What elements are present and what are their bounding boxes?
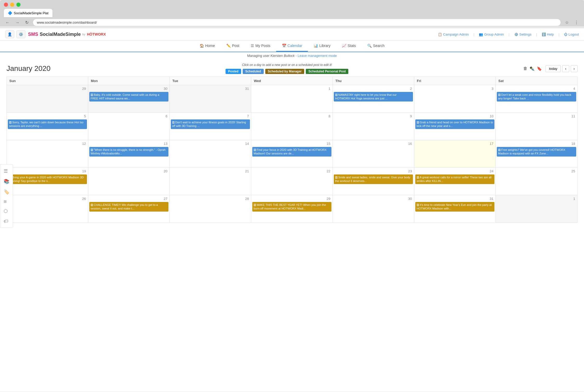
- sidebar-grid[interactable]: ⊞: [2, 198, 11, 205]
- user-icon-button[interactable]: 👤: [5, 30, 14, 38]
- calendar-day[interactable]: 1: [251, 85, 333, 112]
- calendar-day[interactable]: 25: [496, 168, 577, 195]
- day-number: 19: [8, 169, 87, 174]
- help-link[interactable]: ℹ️ Help: [542, 32, 554, 36]
- calendar-day[interactable]: 22: [251, 168, 333, 195]
- calendar-day[interactable]: 30: [333, 195, 414, 222]
- bookmark-icon[interactable]: 🔖: [537, 66, 542, 71]
- calendar-day[interactable]: 11: [496, 113, 577, 140]
- calendar-day[interactable]: 21: [170, 168, 251, 195]
- sidebar-list[interactable]: ☰: [2, 167, 11, 175]
- calendar-day[interactable]: 28: [170, 195, 251, 222]
- menu-button[interactable]: ⋮: [573, 19, 580, 26]
- day-number: 22: [252, 169, 331, 174]
- nav-search[interactable]: 🔍 Search: [362, 40, 390, 52]
- day-number: 27: [89, 196, 168, 201]
- maximize-button[interactable]: [16, 3, 21, 7]
- campaign-admin-link[interactable]: 📋 Campaign Admin: [438, 32, 469, 36]
- calendar-day[interactable]: 29🖼MAKE THIS THE BEST YEAR YET! When you…: [251, 195, 333, 222]
- calendar-day[interactable]: 4🖼Don't let a weak core and minor flexib…: [496, 85, 577, 112]
- logout-link[interactable]: ⏻ Logout: [564, 32, 579, 36]
- divider3: |: [536, 32, 537, 36]
- minimize-button[interactable]: [10, 3, 14, 7]
- next-month-button[interactable]: ›: [571, 65, 578, 72]
- prev-month-button[interactable]: ‹: [562, 65, 569, 72]
- calendar-day[interactable]: 31: [170, 85, 251, 112]
- calendar-day[interactable]: 10🖼Grab a friend and head on over to HOT…: [414, 113, 496, 140]
- day-number: 30: [89, 86, 168, 91]
- day-header-sun: Sun: [7, 77, 88, 85]
- sidebar-library[interactable]: 📚: [2, 177, 11, 186]
- calendar-day[interactable]: 23🖼Smile and sweat ladies, smile and swe…: [333, 168, 414, 195]
- forward-button[interactable]: →: [14, 19, 21, 26]
- bookmark-button[interactable]: ☆: [563, 19, 570, 26]
- settings-icon-button[interactable]: ⚙️: [16, 30, 25, 38]
- calendar-day[interactable]: 19🖼Bring your A-game in 2020 with HOTWOR…: [7, 168, 88, 195]
- calendar-day[interactable]: 29: [7, 85, 88, 112]
- calendar-day[interactable]: 8: [251, 113, 333, 140]
- calendar-event[interactable]: 🖼Don't let a weak core and minor flexibi…: [497, 92, 576, 102]
- calendar-day[interactable]: 14: [170, 140, 251, 167]
- calendar-day[interactable]: 7🖼Don't wait to achieve your fitness goa…: [170, 113, 251, 140]
- group-admin-link[interactable]: 👥 Group Admin: [479, 32, 504, 36]
- sidebar-tag[interactable]: 🏷️: [2, 187, 11, 196]
- calendar-day[interactable]: 27🖼CHALLENGE TIME!!! We challenge you to…: [88, 195, 170, 222]
- calendar-day[interactable]: 15🖼Find your focus in 2020 with 3D Train…: [251, 140, 333, 167]
- day-number: 28: [171, 196, 250, 201]
- nav-home[interactable]: 🏠 Home: [194, 40, 221, 52]
- calendar-event[interactable]: 🖼Don't wait to achieve your fitness goal…: [171, 119, 250, 129]
- calendar-day[interactable]: 16: [333, 140, 414, 167]
- calendar-event[interactable]: 🖼It's time to celebrate New Year's Eve a…: [415, 202, 494, 212]
- calendar-event[interactable]: 🖼Free weights? We've got you covered! HO…: [497, 147, 576, 157]
- calendar-event[interactable]: 🖼Find your focus in 2020 with 3D Trainin…: [252, 147, 331, 157]
- day-number: 7: [171, 114, 250, 119]
- calendar-day[interactable]: 3: [414, 85, 496, 112]
- calendar-event[interactable]: 🖼Sorry, Taylor, we can't calm down becau…: [8, 119, 87, 129]
- leave-management-link[interactable]: Leave management mode: [298, 54, 337, 58]
- back-button[interactable]: ←: [4, 19, 11, 26]
- day-number: 24: [415, 169, 494, 174]
- calendar-event[interactable]: 🖼Baby, it's cold outside. Come sweat wit…: [89, 92, 168, 102]
- url-bar[interactable]: [33, 19, 561, 26]
- calendar-day[interactable]: 31🖼It's time to celebrate New Year's Eve…: [414, 195, 496, 222]
- calendar-day[interactable]: 9: [333, 113, 414, 140]
- trash-icon[interactable]: 🗑: [523, 66, 527, 71]
- calendar-event[interactable]: 🖼MAKE THIS THE BEST YEAR YET! When you j…: [252, 202, 331, 212]
- nav-library[interactable]: 📊 Library: [308, 40, 336, 52]
- day-number: 16: [334, 141, 413, 146]
- calendar-event[interactable]: 🖼Bring your A-game in 2020 with HOTWORX …: [8, 174, 87, 184]
- calendar-day[interactable]: 24🖼A great workout calls for a mirror se…: [414, 168, 496, 195]
- calendar-event[interactable]: 🖼Smile and sweat ladies, smile and sweat…: [334, 174, 413, 184]
- calendar-day[interactable]: 6: [88, 113, 170, 140]
- calendar-day[interactable]: 5🖼Sorry, Taylor, we can't calm down beca…: [7, 113, 88, 140]
- sidebar-network[interactable]: ⬡: [2, 207, 11, 215]
- calendar-day[interactable]: 2🖼NAMASTAY right here to let you know th…: [333, 85, 414, 112]
- calendar-day[interactable]: 13🖼"When there is no struggle, there is …: [88, 140, 170, 167]
- nav-stats[interactable]: 📈 Stats: [336, 40, 362, 52]
- sidebar-label[interactable]: 🏷: [2, 217, 11, 226]
- calendar-event[interactable]: 🖼NAMASTAY right here to let you know tha…: [334, 92, 413, 102]
- calendar-day[interactable]: 20: [88, 168, 170, 195]
- calendar-event[interactable]: 🖼Grab a friend and head on over to HOTWO…: [415, 119, 494, 129]
- nav-my-posts[interactable]: ☰ My Posts: [245, 40, 276, 52]
- calendar-day[interactable]: 18🖼Free weights? We've got you covered! …: [496, 140, 577, 167]
- settings-link[interactable]: ⚙️ Settings: [514, 32, 532, 36]
- nav-post[interactable]: ✏️ Post: [221, 40, 245, 52]
- calendar-day[interactable]: 17: [414, 140, 496, 167]
- calendar-day[interactable]: 1: [496, 195, 577, 222]
- calendar-event[interactable]: 🖼"When there is no struggle, there is no…: [89, 147, 168, 157]
- day-number: 26: [8, 196, 87, 201]
- calendar-day[interactable]: 26: [7, 195, 88, 222]
- calendar-day[interactable]: 12: [7, 140, 88, 167]
- nav-calendar[interactable]: 📅 Calendar: [276, 40, 308, 52]
- legend-scheduled: Scheduled: [243, 69, 264, 74]
- calendar-event[interactable]: 🖼CHALLENGE TIME!!! We challenge you to g…: [89, 202, 168, 212]
- managing-bar: Managing user Kiersten Bullock - Leave m…: [0, 52, 584, 59]
- today-button[interactable]: today: [546, 65, 561, 72]
- reload-button[interactable]: ↻: [24, 19, 30, 26]
- feather-icon[interactable]: ✒️: [529, 66, 535, 71]
- day-number: 18: [497, 141, 576, 146]
- close-button[interactable]: [4, 3, 8, 7]
- calendar-day[interactable]: 30🖼Baby, it's cold outside. Come sweat w…: [88, 85, 170, 112]
- calendar-event[interactable]: 🖼A great workout calls for a mirror self…: [415, 174, 494, 184]
